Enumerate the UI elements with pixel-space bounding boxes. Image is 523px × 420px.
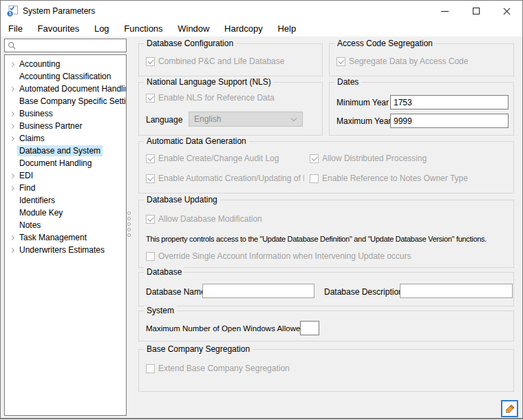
allow-db-modification-checkbox[interactable]: Allow Database Modification (146, 214, 262, 224)
checkbox-icon (146, 364, 155, 373)
chevron-right-icon[interactable] (10, 173, 14, 178)
chevron-right-icon[interactable] (10, 136, 14, 140)
tree-item-label: Business (17, 108, 55, 119)
checkbox-icon (146, 174, 155, 183)
tree-item-module-key[interactable]: Module Key (5, 207, 126, 219)
language-select[interactable]: English (189, 112, 303, 127)
group-database-configuration: Database Configuration Combined P&C and … (138, 43, 323, 76)
tree-item-automated-document-handling[interactable]: Automated Document Handling (5, 83, 126, 95)
menu-window[interactable]: Window (171, 21, 215, 36)
override-single-account-checkbox[interactable]: Override Single Account Information when… (146, 251, 412, 261)
tree-item-label: Underwriters Estimates (17, 244, 107, 255)
tree-item-accounting-classification[interactable]: Accounting Classification (5, 70, 126, 83)
minimize-button[interactable] (429, 1, 460, 21)
tree-item-notes[interactable]: Notes (5, 219, 126, 231)
checkbox-label: Allow Database Modification (158, 214, 262, 224)
tree-item-label: Claims (17, 133, 47, 144)
close-button[interactable] (491, 1, 522, 21)
maximum-year-input[interactable] (390, 114, 509, 128)
checkbox-icon (146, 215, 155, 224)
menu-help[interactable]: Help (271, 21, 302, 36)
tree-item-business-partner[interactable]: Business Partner (5, 120, 126, 132)
menu-log[interactable]: Log (88, 21, 116, 36)
menu-hardcopy[interactable]: Hardcopy (218, 21, 269, 36)
group-access-code-segregation: Access Code Segregation Segregate Data b… (329, 43, 514, 76)
database-description-input[interactable] (400, 284, 513, 298)
checkbox-label: Enable NLS for Reference Data (158, 93, 275, 103)
tree-item-underwriters-estimates[interactable]: Underwriters Estimates (5, 244, 126, 256)
chevron-right-icon[interactable] (10, 86, 14, 91)
database-name-input[interactable] (202, 284, 314, 298)
minimum-year-label: Minimum Year (337, 98, 389, 107)
database-updating-note: This property controls access to the "Up… (146, 235, 509, 243)
checkbox-label: Enable Create/Change Audit Log (158, 154, 279, 163)
group-nls: National Language Support (NLS) Enable N… (138, 82, 323, 136)
database-description-label: Database Description (324, 287, 403, 297)
tree-item-label: EDI (17, 170, 35, 181)
group-base-company-segregation: Base Company Segregation Extend Base Com… (138, 349, 514, 392)
checkbox-label: Enable Reference to Notes Owner Type (322, 174, 468, 183)
combined-pc-life-checkbox[interactable]: Combined P&C and Life Database (146, 56, 284, 66)
maximize-button[interactable] (460, 1, 491, 21)
chevron-right-icon[interactable] (10, 247, 14, 252)
database-name-label: Database Name (146, 287, 206, 297)
chevron-right-icon[interactable] (10, 185, 14, 190)
checkbox-label: Segregate Data by Access Code (349, 56, 468, 66)
svg-text:S: S (8, 11, 12, 16)
tree-item-document-handling[interactable]: Document Handling (5, 157, 126, 169)
search-input[interactable] (17, 40, 123, 51)
panel-splitter[interactable] (127, 211, 133, 237)
chevron-right-icon[interactable] (10, 61, 14, 66)
tree-item-label: Document Handling (17, 158, 94, 169)
system-parameters-window: S System Parameters File Favourites Log … (0, 0, 523, 419)
parameters-tree: Accounting Accounting Classification Aut… (4, 54, 127, 416)
tree-item-label: Automated Document Handling (17, 83, 126, 94)
audit-log-checkbox[interactable]: Enable Create/Change Audit Log (146, 154, 279, 163)
tree-item-label: Find (17, 182, 37, 193)
extend-base-company-checkbox[interactable]: Extend Base Company Segregation (146, 364, 290, 373)
auto-creation-checkbox[interactable]: Enable Automatic Creation/Updating of Bu… (146, 174, 304, 183)
chevron-right-icon[interactable] (10, 111, 14, 116)
menu-favourites[interactable]: Favourites (32, 21, 86, 36)
enable-nls-checkbox[interactable]: Enable NLS for Reference Data (146, 93, 275, 103)
app-icon: S (6, 5, 19, 17)
tree-item-label: Module Key (17, 207, 65, 218)
chevron-right-icon[interactable] (10, 235, 14, 240)
tree-item-database-and-system[interactable]: Database and System (5, 145, 126, 157)
group-title: Automatic Data Generation (144, 136, 249, 146)
language-select-value: English (194, 114, 221, 124)
maximum-year-label: Maximum Year (337, 116, 391, 126)
menu-functions[interactable]: Functions (118, 21, 169, 36)
tree-item-label: Identifiers (17, 195, 57, 206)
group-dates: Dates Minimum Year Maximum Year (329, 82, 514, 136)
checkbox-icon (146, 57, 155, 66)
group-title: Database Configuration (144, 39, 236, 48)
chevron-right-icon[interactable] (10, 123, 14, 128)
group-title: Database Updating (144, 195, 220, 204)
segregate-data-checkbox[interactable]: Segregate Data by Access Code (337, 56, 468, 66)
group-title: Database (144, 267, 184, 277)
group-system: System Maximum Number of Open Windows Al… (138, 311, 514, 342)
checkbox-label: Enable Automatic Creation/Updating of Bu… (158, 174, 304, 183)
max-open-windows-input[interactable] (300, 321, 319, 335)
notes-owner-type-checkbox[interactable]: Enable Reference to Notes Owner Type (310, 174, 468, 183)
edit-button[interactable] (501, 400, 518, 417)
minimum-year-input[interactable] (390, 95, 509, 109)
tree-item-business[interactable]: Business (5, 107, 126, 120)
distributed-processing-checkbox[interactable]: Allow Distributed Processing (310, 154, 427, 163)
tree-item-edi[interactable]: EDI (5, 169, 126, 182)
tree-item-accounting[interactable]: Accounting (5, 58, 126, 70)
tree-item-label: Base Company Specific Settings (17, 96, 126, 107)
tree-item-task-management[interactable]: Task Management (5, 231, 126, 244)
tree-search-box (4, 39, 127, 52)
menu-bar: File Favourites Log Functions Window Har… (1, 21, 522, 36)
tree-item-claims[interactable]: Claims (5, 132, 126, 145)
tree-item-identifiers[interactable]: Identifiers (5, 194, 126, 207)
tree-item-find[interactable]: Find (5, 182, 126, 194)
group-title: Access Code Segregation (334, 39, 436, 48)
menu-file[interactable]: File (2, 21, 29, 36)
tree-item-label: Accounting Classification (17, 71, 113, 82)
tree-item-label: Accounting (17, 59, 62, 70)
tree-item-label: Business Partner (17, 120, 84, 132)
tree-item-base-company-specific-settings[interactable]: Base Company Specific Settings (5, 95, 126, 107)
